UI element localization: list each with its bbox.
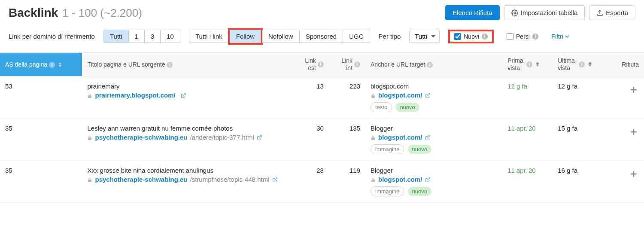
- source-url-link[interactable]: psychotherapie-schwabing.eu: [95, 176, 187, 183]
- add-reject-button[interactable]: ＋: [629, 83, 639, 95]
- new-checkbox[interactable]: [454, 33, 461, 40]
- link-type-follow[interactable]: Follow: [230, 30, 261, 43]
- info-icon: i: [526, 61, 532, 67]
- link-type-ugc[interactable]: UGC: [343, 30, 369, 43]
- info-icon: i: [482, 34, 488, 40]
- url-path: /andere/topic-377.html: [190, 134, 254, 141]
- lock-icon: [371, 92, 376, 99]
- svg-line-7: [427, 178, 430, 180]
- export-button[interactable]: Esporta: [589, 5, 635, 20]
- lock-icon: [87, 92, 92, 99]
- info-icon: i: [427, 62, 433, 68]
- source-url-link[interactable]: prairiemary.blogspot.com/: [95, 92, 175, 99]
- cell-link-est: 28: [292, 160, 329, 202]
- cell-link-int: 119: [329, 160, 365, 202]
- col-as[interactable]: AS della pagina i: [0, 53, 82, 76]
- lock-icon: [87, 176, 92, 183]
- cell-anchor: Blogger blogspot.com/ immagine nuovo: [365, 118, 502, 160]
- backlinks-table: AS della pagina i Titolo pagina e URL so…: [0, 52, 644, 203]
- gear-icon: [511, 9, 518, 16]
- badge-status: nuovo: [408, 145, 431, 154]
- external-link-icon[interactable]: [181, 92, 186, 99]
- per-domain-all[interactable]: Tutti: [104, 30, 129, 43]
- col-link-int[interactable]: Link inti: [329, 53, 365, 76]
- new-checkbox-group[interactable]: Nuovi i: [448, 30, 494, 43]
- page-title-text: Lesley ann warren gratuit nu femme corné…: [87, 125, 287, 132]
- link-type-sponsored[interactable]: Sponsored: [300, 30, 343, 43]
- col-anchor[interactable]: Anchor e URL target i: [365, 53, 502, 76]
- page-title-text: prairiemary: [87, 82, 287, 90]
- external-link-icon[interactable]: [425, 92, 431, 99]
- anchor-text: Blogger: [371, 125, 497, 132]
- info-icon: i: [532, 34, 538, 40]
- cell-anchor: blogspot.com blogspot.com/ testo nuovo: [365, 76, 502, 118]
- target-url-link[interactable]: blogspot.com/: [378, 176, 422, 183]
- cell-as: 35: [0, 160, 82, 202]
- per-type-select[interactable]: Tutti: [409, 30, 440, 43]
- add-reject-button[interactable]: ＋: [629, 168, 639, 179]
- lock-icon: [87, 134, 92, 141]
- cell-title: Lesley ann warren gratuit nu femme corné…: [82, 118, 292, 160]
- per-domain-1[interactable]: 1: [129, 30, 145, 43]
- link-type-rest: Nofollow Sponsored UGC: [262, 30, 370, 43]
- external-link-icon[interactable]: [425, 176, 431, 183]
- sort-icon: [58, 62, 62, 67]
- link-type-group: Tutti i link: [189, 30, 228, 43]
- per-domain-10[interactable]: 10: [161, 30, 180, 43]
- cell-title: prairiemary prairiemary.blogspot.com/: [82, 76, 292, 118]
- cell-anchor: Blogger blogspot.com/ immagine nuovo: [365, 160, 502, 202]
- info-icon: i: [354, 61, 360, 67]
- target-url-link[interactable]: blogspot.com/: [378, 134, 422, 141]
- col-first-seen[interactable]: Prima vistai: [502, 53, 553, 76]
- chevron-down-icon: [565, 34, 569, 39]
- source-url-link[interactable]: psychotherapie-schwabing.eu: [95, 134, 187, 141]
- cell-last-seen: 12 g fa: [553, 76, 612, 118]
- external-link-icon[interactable]: [425, 134, 431, 141]
- info-icon: i: [167, 62, 173, 68]
- info-icon: i: [579, 61, 585, 67]
- cell-last-seen: 15 g fa: [553, 118, 612, 160]
- lock-icon: [371, 134, 376, 141]
- col-last-seen[interactable]: Ultima vistai: [553, 53, 612, 76]
- col-title[interactable]: Titolo pagina e URL sorgente i: [82, 53, 292, 76]
- page-title: Backlink: [9, 6, 58, 20]
- lost-checkbox-group[interactable]: Persi i: [502, 31, 543, 42]
- cell-first-seen: 11 apr.'20: [502, 118, 553, 160]
- add-reject-button[interactable]: ＋: [629, 125, 639, 137]
- cell-last-seen: 16 g fa: [553, 160, 612, 202]
- cell-first-seen: 12 g fa: [502, 76, 553, 118]
- table-settings-button[interactable]: Impostazioni tabella: [504, 5, 585, 20]
- follow-highlight: Follow: [228, 28, 263, 45]
- target-url-link[interactable]: blogspot.com/: [378, 92, 422, 99]
- cell-reject: ＋: [612, 76, 644, 118]
- cell-link-est: 30: [292, 118, 329, 160]
- lost-checkbox[interactable]: [507, 33, 513, 40]
- filters-link[interactable]: Filtri: [551, 33, 569, 40]
- page-subtitle: 1 - 100 (~2.200): [62, 6, 142, 20]
- page-title-text: Xxx grosse bite nina cordialement anulin…: [87, 167, 287, 174]
- url-path: /strumpfhose/topic-448.html: [190, 176, 270, 183]
- cell-title: Xxx grosse bite nina cordialement anulin…: [82, 160, 292, 202]
- link-type-nofollow[interactable]: Nofollow: [262, 30, 300, 43]
- export-icon: [596, 9, 603, 16]
- sort-icon: [536, 62, 539, 67]
- svg-point-0: [514, 12, 516, 14]
- cell-link-est: 13: [292, 76, 329, 118]
- col-link-est[interactable]: Link esti: [292, 53, 329, 76]
- external-link-icon[interactable]: [272, 176, 278, 183]
- cell-as: 53: [0, 76, 82, 118]
- per-domain-3[interactable]: 3: [145, 30, 161, 43]
- badge-type: testo: [371, 102, 392, 112]
- reject-list-button[interactable]: Elenco Rifiuta: [445, 5, 500, 20]
- badge-status: nuovo: [395, 103, 419, 112]
- table-row: 53 prairiemary prairiemary.blogspot.com/…: [0, 76, 644, 118]
- cell-as: 35: [0, 118, 82, 160]
- badge-status: nuovo: [408, 187, 431, 196]
- external-link-icon[interactable]: [257, 134, 262, 141]
- per-domain-group: Tutti 1 3 10: [103, 30, 180, 43]
- info-icon: i: [318, 61, 324, 67]
- badge-type: immagine: [371, 144, 404, 154]
- per-domain-label: Link per dominio di riferimento: [9, 33, 95, 40]
- link-type-all[interactable]: Tutti i link: [189, 30, 228, 43]
- lock-icon: [371, 176, 376, 183]
